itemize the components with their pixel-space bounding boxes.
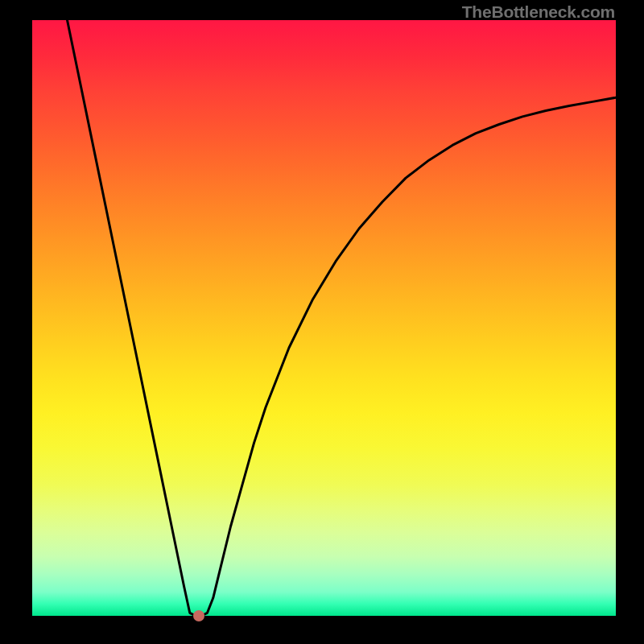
chart-frame: TheBottleneck.com	[0, 0, 644, 644]
plot-area	[32, 20, 616, 616]
optimum-marker	[193, 610, 204, 621]
attribution-text: TheBottleneck.com	[462, 2, 615, 22]
bottleneck-curve	[32, 20, 616, 616]
